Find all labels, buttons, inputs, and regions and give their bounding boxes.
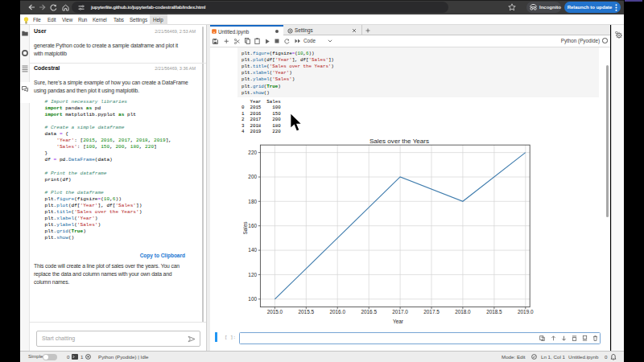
svg-text:140: 140 bbox=[248, 247, 257, 253]
svg-text:160: 160 bbox=[248, 223, 257, 228]
svg-text:2015.5: 2015.5 bbox=[299, 309, 315, 315]
svg-text:2018.5: 2018.5 bbox=[486, 309, 502, 315]
svg-text:Sales over the Years: Sales over the Years bbox=[369, 138, 429, 145]
svg-text:Year: Year bbox=[393, 319, 404, 324]
svg-text:120: 120 bbox=[248, 272, 257, 278]
svg-text:Sales: Sales bbox=[243, 222, 248, 235]
svg-text:2016.5: 2016.5 bbox=[361, 309, 377, 315]
svg-text:100: 100 bbox=[248, 296, 257, 302]
svg-text:2018.0: 2018.0 bbox=[455, 309, 471, 315]
svg-text:220: 220 bbox=[248, 150, 257, 155]
svg-text:200: 200 bbox=[248, 174, 257, 179]
svg-text:180: 180 bbox=[248, 199, 257, 204]
svg-text:2019.0: 2019.0 bbox=[518, 309, 534, 315]
svg-text:2017.5: 2017.5 bbox=[423, 309, 440, 315]
svg-text:2016.0: 2016.0 bbox=[329, 309, 345, 315]
svg-text:2017.0: 2017.0 bbox=[392, 309, 408, 315]
svg-text:2015.0: 2015.0 bbox=[267, 309, 283, 315]
